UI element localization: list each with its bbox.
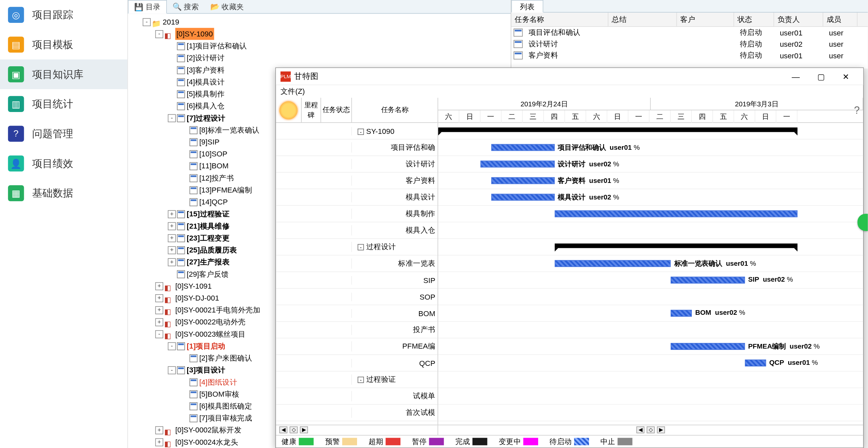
gantt-task-row[interactable]: PFMEA编 (276, 338, 437, 355)
gantt-task-row[interactable]: 模具设计 (276, 189, 437, 206)
tab-0[interactable]: 💾目录 (128, 0, 166, 13)
gantt-task-row[interactable]: 模具入仓 (276, 222, 437, 239)
task-bar[interactable] (491, 177, 554, 184)
gantt-task-row[interactable]: SOP (276, 289, 437, 305)
nav-item-5[interactable]: 👤项目绩效 (0, 149, 127, 179)
task-bar[interactable] (480, 161, 554, 168)
tree-toggle[interactable]: + (168, 246, 176, 254)
scroll-left[interactable]: ◀ (280, 426, 287, 434)
tree-toggle[interactable]: + (155, 318, 163, 326)
task-bar[interactable] (671, 310, 692, 317)
gantt-task-row[interactable]: 设计研讨 (276, 156, 437, 173)
tree-toggle[interactable]: + (155, 426, 163, 434)
task-bar[interactable] (491, 194, 554, 201)
nav-item-3[interactable]: ▥项目统计 (0, 89, 127, 119)
tree-toggle[interactable]: + (155, 438, 163, 446)
gantt-task-row[interactable]: SIP (276, 272, 437, 289)
help-icon[interactable]: ? (854, 105, 860, 117)
gantt-bar-row (438, 123, 863, 140)
task-bar[interactable] (554, 210, 798, 217)
tab-1[interactable]: 🔍搜索 (167, 0, 205, 13)
bar-label: SIP user02 % (748, 275, 793, 283)
nav-item-0[interactable]: ◎项目跟踪 (0, 0, 127, 30)
close-button[interactable]: ✕ (834, 68, 859, 84)
gantt-task-row[interactable]: 模具制作 (276, 206, 437, 222)
nav-item-2[interactable]: ▣项目知识库 (0, 59, 127, 89)
tree-row[interactable]: [2]设计研讨 (130, 52, 508, 64)
day-header: 四 (692, 110, 713, 123)
task-bar[interactable] (671, 343, 744, 350)
list-row[interactable]: 设计研讨待启动user02user (511, 38, 868, 50)
maximize-button[interactable]: ▢ (808, 68, 834, 84)
gantt-task-row[interactable]: BOM (276, 305, 437, 322)
tree-toggle[interactable]: - (155, 30, 163, 38)
cell-member: user (826, 39, 860, 49)
tree-toggle[interactable]: + (155, 282, 163, 290)
summary-bar[interactable] (554, 243, 798, 248)
tree-toggle[interactable]: - (168, 342, 176, 350)
col-milestone[interactable]: 里程碑 (301, 98, 320, 122)
gantt-task-row[interactable]: 投产书 (276, 322, 437, 338)
tree-toggle[interactable]: - (168, 366, 176, 374)
gantt-task-row[interactable]: -过程验证 (276, 371, 437, 388)
timeline-scroll-left[interactable]: ◀ (637, 426, 645, 434)
nav-item-6[interactable]: ▦基础数据 (0, 178, 127, 208)
list-row[interactable]: 客户资料待启动user01user (511, 50, 868, 61)
timeline-scroll-reset[interactable]: ◇ (647, 426, 655, 434)
tree-toggle[interactable]: - (143, 18, 151, 26)
gantt-task-row[interactable]: 客户资料 (276, 173, 437, 189)
list-header-cell[interactable]: 总结 (608, 12, 677, 26)
legend-label: 中止 (600, 437, 615, 447)
gantt-task-row[interactable]: 首次试模 (276, 405, 437, 421)
tree-toggle[interactable]: + (155, 294, 163, 302)
minimize-button[interactable]: — (783, 68, 808, 84)
summary-bar[interactable] (438, 127, 798, 132)
list-header-cell[interactable]: 客户 (677, 12, 734, 26)
tree-toggle[interactable]: + (168, 222, 176, 230)
tree-toggle[interactable]: - (168, 114, 176, 122)
tree-label: [2]设计研讨 (187, 52, 225, 64)
gantt-titlebar[interactable]: PLM 甘特图 — ▢ ✕ (276, 68, 863, 85)
tree-row[interactable]: -[0]SY-1090 (130, 28, 508, 40)
tree-row[interactable]: [1]项目评估和确认 (130, 40, 508, 52)
tree-toggle[interactable]: - (155, 330, 163, 338)
tab-2[interactable]: 📂收藏夹 (205, 0, 250, 13)
legend-swatch (385, 438, 400, 445)
list-row[interactable]: 项目评估和确认待启动user01user (511, 27, 868, 38)
task-bar[interactable] (745, 360, 766, 366)
gantt-task-row[interactable]: 标准一览表 (276, 256, 437, 272)
col-status[interactable]: 任务状态 (320, 98, 351, 122)
tree-toggle[interactable]: + (168, 258, 176, 266)
scroll-reset[interactable]: ◇ (290, 426, 298, 434)
gantt-task-name: 模具入仓 (351, 225, 437, 236)
list-header-cell[interactable]: 成员 (823, 12, 858, 26)
col-task-name[interactable]: 任务名称 (351, 98, 437, 122)
list-header-cell[interactable]: 状态 (734, 12, 774, 26)
tree-label: [5]BOM审核 (199, 388, 240, 400)
gantt-toggle[interactable]: - (358, 244, 364, 250)
gantt-menu-file[interactable]: 文件(Z) (276, 85, 863, 98)
scroll-right[interactable]: ▶ (300, 426, 308, 434)
task-bar[interactable] (491, 144, 554, 151)
gantt-task-row[interactable]: -过程设计 (276, 239, 437, 256)
gantt-task-row[interactable]: -SY-1090 (276, 123, 437, 140)
list-header-cell[interactable]: 任务名称 (511, 12, 608, 26)
tree-row[interactable]: -2019 (130, 16, 508, 28)
list-header-cell[interactable]: 负责人 (774, 12, 823, 26)
gantt-task-row[interactable]: 项目评估和确 (276, 140, 437, 156)
gantt-toggle[interactable]: - (358, 128, 364, 135)
gantt-task-row[interactable]: QCP (276, 355, 437, 371)
task-bar[interactable] (671, 277, 744, 283)
task-icon (190, 354, 198, 362)
list-tab[interactable]: 列表 (511, 0, 544, 12)
gantt-timeline[interactable]: ? 2019年2月24日2019年3月3日 六日一二三四五六日一二三四五六日一 … (438, 98, 863, 435)
gantt-task-row[interactable]: 试模单 (276, 388, 437, 405)
nav-item-1[interactable]: ▤项目模板 (0, 30, 127, 60)
gantt-toggle[interactable]: - (358, 377, 364, 383)
tree-toggle[interactable]: + (168, 210, 176, 218)
task-bar[interactable] (554, 260, 671, 267)
tree-toggle[interactable]: + (168, 234, 176, 242)
tree-toggle[interactable]: + (155, 306, 163, 314)
timeline-scroll-right[interactable]: ▶ (657, 426, 665, 434)
nav-item-4[interactable]: ?问题管理 (0, 119, 127, 149)
